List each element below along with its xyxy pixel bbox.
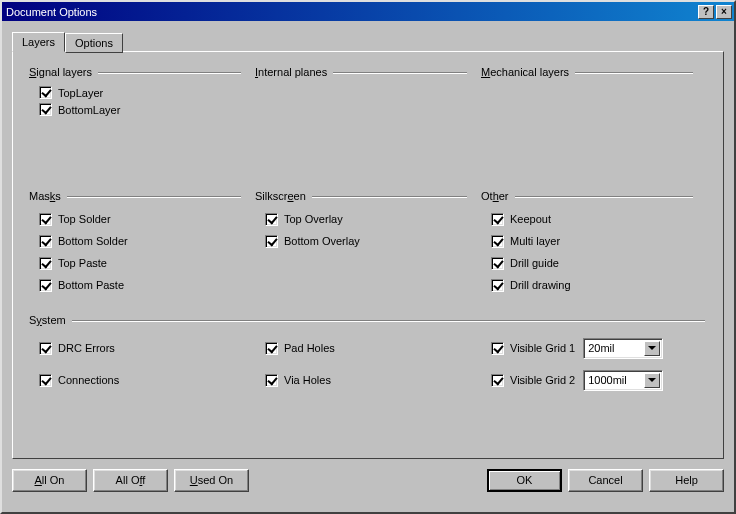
group-label-signal: Signal layers xyxy=(29,66,255,78)
check-visible-grid-2[interactable]: Visible Grid 2 xyxy=(481,369,575,391)
group-label-internal: Internal planes xyxy=(255,66,481,78)
checkbox-icon[interactable] xyxy=(265,342,278,355)
checkbox-icon[interactable] xyxy=(39,342,52,355)
ok-button[interactable]: OK xyxy=(487,469,562,492)
top-groups: Signal layers TopLayer BottomLayer Inter… xyxy=(29,66,707,118)
check-pad-holes[interactable]: Pad Holes xyxy=(255,337,335,359)
used-on-button[interactable]: Used On xyxy=(174,469,249,492)
group-masks: Masks Top Solder Bottom Solder Top Paste… xyxy=(29,190,255,296)
window-title: Document Options xyxy=(6,6,696,18)
check-drc-errors[interactable]: DRC Errors xyxy=(29,337,115,359)
group-label-silkscreen: Silkscreen xyxy=(255,190,481,202)
divider xyxy=(312,196,467,198)
check-top-paste[interactable]: Top Paste xyxy=(29,252,255,274)
check-drill-drawing[interactable]: Drill drawing xyxy=(481,274,707,296)
checkbox-icon[interactable] xyxy=(491,374,504,387)
check-multilayer[interactable]: Multi layer xyxy=(481,230,707,252)
check-bottom-solder[interactable]: Bottom Solder xyxy=(29,230,255,252)
group-signal: Signal layers TopLayer BottomLayer xyxy=(29,66,255,118)
checkbox-icon[interactable] xyxy=(491,235,504,248)
group-system: System DRC Errors Pad Holes Visible Grid… xyxy=(29,314,707,396)
group-mechanical: Mechanical layers xyxy=(481,66,707,118)
titlebar: Document Options ? × xyxy=(2,2,734,21)
checkbox-icon[interactable] xyxy=(265,213,278,226)
check-toplayer[interactable]: TopLayer xyxy=(29,84,255,101)
all-on-button[interactable]: All On xyxy=(12,469,87,492)
tab-page-layers: Signal layers TopLayer BottomLayer Inter… xyxy=(12,51,724,459)
checkbox-icon[interactable] xyxy=(39,257,52,270)
group-silkscreen: Silkscreen Top Overlay Bottom Overlay xyxy=(255,190,481,296)
group-label-other: Other xyxy=(481,190,707,202)
group-label-masks: Masks xyxy=(29,190,255,202)
group-label-system: System xyxy=(29,314,707,326)
tab-layers[interactable]: Layers xyxy=(12,32,65,52)
divider xyxy=(333,72,467,74)
checkbox-icon[interactable] xyxy=(491,257,504,270)
check-bottomlayer[interactable]: BottomLayer xyxy=(29,101,255,118)
chevron-down-icon[interactable] xyxy=(644,373,660,388)
checkbox-icon[interactable] xyxy=(39,103,52,116)
close-icon[interactable]: × xyxy=(716,5,732,19)
chevron-down-icon[interactable] xyxy=(644,341,660,356)
divider xyxy=(72,320,705,322)
check-top-solder[interactable]: Top Solder xyxy=(29,208,255,230)
check-bottom-paste[interactable]: Bottom Paste xyxy=(29,274,255,296)
group-label-mechanical: Mechanical layers xyxy=(481,66,707,78)
check-bottom-overlay[interactable]: Bottom Overlay xyxy=(255,230,481,252)
help-button[interactable]: Help xyxy=(649,469,724,492)
checkbox-icon[interactable] xyxy=(491,213,504,226)
check-connections[interactable]: Connections xyxy=(29,369,119,391)
mid-groups: Masks Top Solder Bottom Solder Top Paste… xyxy=(29,190,707,296)
checkbox-icon[interactable] xyxy=(39,235,52,248)
checkbox-icon[interactable] xyxy=(491,342,504,355)
check-keepout[interactable]: Keepout xyxy=(481,208,707,230)
check-via-holes[interactable]: Via Holes xyxy=(255,369,331,391)
client-area: Layers Options Signal layers TopLayer xyxy=(2,21,734,512)
check-visible-grid-1[interactable]: Visible Grid 1 xyxy=(481,337,575,359)
checkbox-icon[interactable] xyxy=(39,86,52,99)
combo-visible-grid-1[interactable]: 20mil xyxy=(583,338,663,359)
help-button-icon[interactable]: ? xyxy=(698,5,714,19)
divider xyxy=(515,196,693,198)
button-bar: All On All Off Used On OK Cancel Help xyxy=(12,469,724,492)
checkbox-icon[interactable] xyxy=(265,235,278,248)
tabstrip: Layers Options xyxy=(12,29,724,51)
group-internal: Internal planes xyxy=(255,66,481,118)
checkbox-icon[interactable] xyxy=(39,213,52,226)
checkbox-icon[interactable] xyxy=(39,279,52,292)
divider xyxy=(67,196,241,198)
all-off-button[interactable]: All Off xyxy=(93,469,168,492)
dialog-window: Document Options ? × Layers Options Sign… xyxy=(0,0,736,514)
tab-options[interactable]: Options xyxy=(65,33,123,53)
combo-visible-grid-2[interactable]: 1000mil xyxy=(583,370,663,391)
cancel-button[interactable]: Cancel xyxy=(568,469,643,492)
group-other: Other Keepout Multi layer Drill guide Dr… xyxy=(481,190,707,296)
checkbox-icon[interactable] xyxy=(265,374,278,387)
divider xyxy=(575,72,693,74)
check-top-overlay[interactable]: Top Overlay xyxy=(255,208,481,230)
check-drill-guide[interactable]: Drill guide xyxy=(481,252,707,274)
checkbox-icon[interactable] xyxy=(491,279,504,292)
divider xyxy=(98,72,241,74)
checkbox-icon[interactable] xyxy=(39,374,52,387)
